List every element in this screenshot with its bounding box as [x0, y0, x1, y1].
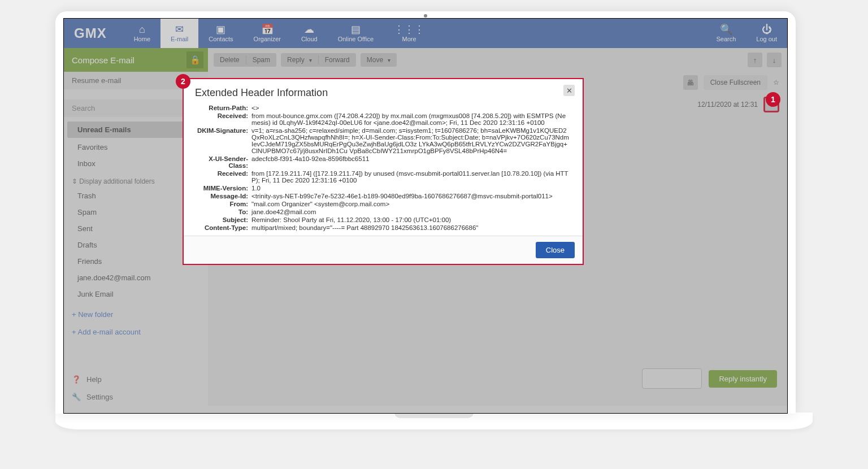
header-value: adecfcb8-f391-4a10-92ea-8596fbbc6511	[251, 155, 369, 169]
header-key: DKIM-Signature:	[195, 127, 251, 154]
header-row: Subject:Reminder: Shool Party at Fri, 11…	[195, 216, 569, 223]
home-icon: ⌂	[139, 24, 145, 34]
header-key: Subject:	[195, 216, 251, 223]
down-arrow-button[interactable]: ↓	[767, 53, 782, 67]
print-button[interactable]: 🖶	[683, 75, 698, 90]
header-row: Message-Id:<trinity-sys-NET-b99c7e7e-523…	[195, 193, 569, 199]
delete-button[interactable]: Delete	[214, 53, 246, 67]
nav-logout[interactable]: ⏻ Log out	[746, 19, 787, 48]
nav-contacts[interactable]: ▣ Contacts	[198, 19, 243, 48]
header-value: from [172.19.211.74] ([172.19.211.74]) b…	[251, 170, 569, 184]
header-value: <>	[251, 105, 259, 111]
modal-title: Extended Header Information	[195, 87, 575, 99]
header-key: To:	[195, 209, 251, 215]
forward-button[interactable]: Forward	[319, 53, 356, 67]
header-value: multipart/mixed; boundary="----= Part 48…	[251, 224, 478, 231]
reply-button[interactable]: Reply ▾	[281, 53, 318, 67]
header-value: v=1; a=rsa-sha256; c=relaxed/simple; d=m…	[251, 127, 569, 154]
nav-email[interactable]: ✉ E-mail	[160, 19, 198, 48]
new-folder-button[interactable]: + New folder	[64, 306, 208, 323]
header-row: Received:from [172.19.211.74] ([172.19.2…	[195, 170, 569, 184]
header-row: X-UI-Sender-Class:adecfcb8-f391-4a10-92e…	[195, 155, 569, 169]
reply-area[interactable]	[642, 368, 702, 389]
add-email-account-button[interactable]: + Add e-mail account	[64, 323, 208, 341]
header-row: Return-Path:<>	[195, 105, 569, 111]
annotation-badge-2: 2	[176, 74, 190, 89]
envelope-icon: ✉	[175, 24, 184, 34]
annotation-badge-1: 1	[766, 92, 780, 107]
header-row: Received:from mout-bounce.gmx.com ([74.2…	[195, 112, 569, 126]
header-row: From:"mail.com Organizer" <system@corp.m…	[195, 201, 569, 207]
grid-icon: ⋮⋮⋮	[394, 24, 424, 34]
header-key: Message-Id:	[195, 193, 251, 199]
header-value: 1.0	[251, 185, 261, 192]
nav-more[interactable]: ⋮⋮⋮ More	[384, 19, 435, 48]
modal-close-x[interactable]: ✕	[563, 85, 575, 96]
header-value: <trinity-sys-NET-b99c7e7e-5232-46e1-b189…	[251, 193, 553, 199]
nav-search[interactable]: 🔍 Search	[706, 19, 746, 48]
office-icon: ▤	[351, 24, 361, 34]
header-value: Reminder: Shool Party at Fri, 11.12.2020…	[251, 216, 451, 223]
up-arrow-button[interactable]: ↑	[748, 53, 762, 67]
app-screen: GMX ⌂ Home ✉ E-mail ▣ Contacts 📅 Organiz…	[63, 18, 788, 414]
header-row: Content-Type:multipart/mixed; boundary="…	[195, 224, 569, 231]
header-value: jane.doe42@mail.com	[251, 209, 316, 215]
calendar-icon: 📅	[261, 24, 274, 34]
brand-logo: GMX	[64, 25, 124, 41]
move-button[interactable]: Move ▾	[361, 53, 397, 67]
header-row: DKIM-Signature:v=1; a=rsa-sha256; c=rela…	[195, 127, 569, 154]
header-key: MIME-Version:	[195, 185, 251, 192]
lock-icon: 🔒	[186, 51, 203, 68]
close-fullscreen-button[interactable]: Close Fullscreen	[704, 75, 767, 90]
nav-organizer[interactable]: 📅 Organizer	[244, 19, 291, 48]
help-icon: ❓	[72, 375, 81, 384]
header-key: Received:	[195, 170, 251, 184]
star-icon[interactable]: ☆	[773, 79, 779, 86]
cloud-icon: ☁	[304, 24, 314, 34]
folder-account[interactable]: jane.doe42@mail.com	[64, 270, 208, 286]
header-info-modal: Extended Header Information ✕ Return-Pat…	[183, 78, 584, 265]
header-row: MIME-Version:1.0	[195, 185, 569, 192]
header-value: "mail.com Organizer" <system@corp.mail.c…	[251, 201, 389, 207]
compose-button[interactable]: Compose E-mail 🔒	[64, 48, 208, 72]
header-key: Content-Type:	[195, 224, 251, 231]
header-key: Received:	[195, 112, 251, 126]
nav-office[interactable]: ▤ Online Office	[328, 19, 384, 48]
nav-cloud[interactable]: ☁ Cloud	[291, 19, 328, 48]
header-key: Return-Path:	[195, 105, 251, 111]
message-toolbar: Delete Spam Reply ▾ Forward Move ▾ ↑ ↓	[208, 48, 787, 72]
chevron-down-icon: ▾	[388, 57, 390, 63]
contacts-icon: ▣	[216, 24, 225, 34]
reply-instantly-button[interactable]: Reply instantly	[709, 370, 777, 388]
settings-link[interactable]: 🔧 Settings	[64, 388, 208, 406]
power-icon: ⏻	[762, 24, 772, 34]
footer-bar	[64, 406, 787, 413]
chevron-down-icon: ▾	[309, 57, 312, 63]
header-value: from mout-bounce.gmx.com ([74.208.4.220]…	[251, 112, 569, 126]
spam-button[interactable]: Spam	[246, 53, 276, 67]
folder-junk[interactable]: Junk Email	[64, 286, 208, 302]
header-rows-container[interactable]: Return-Path:<>Received:from mout-bounce.…	[195, 105, 575, 232]
nav-home[interactable]: ⌂ Home	[124, 19, 160, 48]
wrench-icon: 🔧	[72, 393, 81, 401]
header-row: To:jane.doe42@mail.com	[195, 209, 569, 215]
message-timestamp: 12/11/2020 at 12:31	[697, 101, 758, 108]
header-key: From:	[195, 201, 251, 207]
help-link[interactable]: ❓ Help	[64, 371, 208, 388]
header-key: X-UI-Sender-Class:	[195, 155, 251, 169]
top-navbar: GMX ⌂ Home ✉ E-mail ▣ Contacts 📅 Organiz…	[64, 19, 787, 48]
close-button[interactable]: Close	[536, 242, 575, 258]
search-icon: 🔍	[720, 24, 732, 34]
